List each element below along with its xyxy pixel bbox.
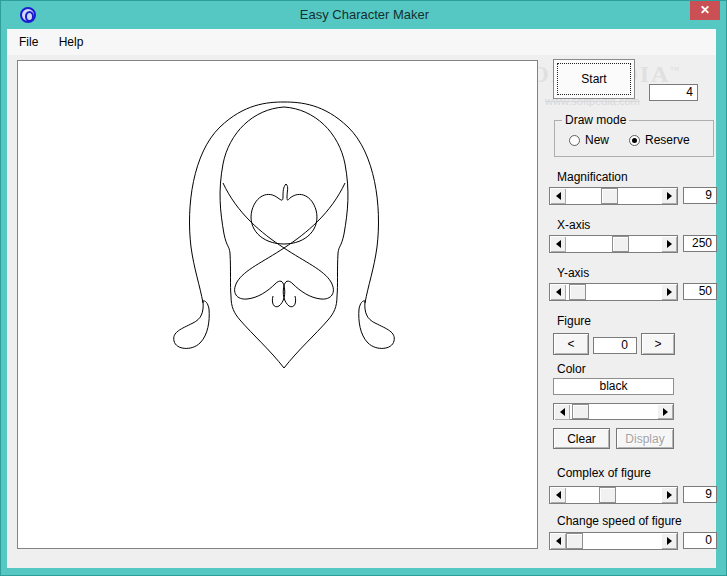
menu-file[interactable]: File <box>17 29 40 55</box>
clear-button[interactable]: Clear <box>553 428 610 449</box>
left-arrow-icon <box>552 240 561 248</box>
y-axis-label: Y-axis <box>557 266 589 280</box>
scroll-left-button[interactable] <box>550 533 566 549</box>
radio-reserve[interactable]: Reserve <box>629 133 690 147</box>
draw-mode-legend: Draw mode <box>562 113 629 127</box>
color-scrollbar[interactable] <box>553 403 674 420</box>
figure-drawing <box>18 61 537 548</box>
x-axis-scrollbar[interactable] <box>549 235 678 253</box>
close-button[interactable]: ✕ <box>690 1 720 20</box>
menu-bar: File Help <box>7 29 716 55</box>
right-arrow-icon <box>667 491 676 499</box>
magnification-label: Magnification <box>557 170 628 184</box>
left-arrow-icon <box>552 192 561 200</box>
scrollbar-track[interactable] <box>566 236 661 252</box>
speed-value-box[interactable]: 0 <box>683 532 717 549</box>
start-button-label: Start <box>557 63 631 95</box>
complex-label: Complex of figure <box>557 466 651 480</box>
draw-mode-group: Draw mode New Reserve <box>554 120 714 157</box>
left-arrow-icon <box>552 288 561 296</box>
start-button[interactable]: Start <box>553 59 635 99</box>
scrollbar-thumb[interactable] <box>566 533 583 549</box>
right-arrow-icon <box>663 408 672 416</box>
scroll-right-button[interactable] <box>661 284 677 300</box>
speed-label: Change speed of figure <box>557 514 682 528</box>
figure-label: Figure <box>557 314 591 328</box>
magnification-value-box[interactable]: 9 <box>683 187 717 204</box>
scrollbar-thumb[interactable] <box>599 487 616 503</box>
scroll-left-button[interactable] <box>554 404 570 420</box>
scroll-left-button[interactable] <box>550 236 566 252</box>
app-icon <box>20 7 36 23</box>
radio-new[interactable]: New <box>569 133 609 147</box>
right-arrow-icon <box>667 192 676 200</box>
complex-value-box[interactable]: 9 <box>683 486 717 503</box>
scrollbar-thumb[interactable] <box>612 236 629 252</box>
menu-help[interactable]: Help <box>57 29 86 55</box>
counter-value-box[interactable]: 4 <box>649 84 698 101</box>
app-window: Easy Character Maker ✕ File Help SOFTPED… <box>0 0 727 576</box>
x-axis-label: X-axis <box>557 218 590 232</box>
radio-new-circle[interactable] <box>569 135 580 146</box>
scroll-right-button[interactable] <box>657 404 673 419</box>
right-arrow-icon <box>667 288 676 296</box>
scroll-left-button[interactable] <box>550 487 566 503</box>
scrollbar-track[interactable] <box>566 487 661 503</box>
figure-next-button[interactable]: > <box>641 333 675 355</box>
scrollbar-track[interactable] <box>566 284 661 300</box>
drawing-canvas[interactable] <box>17 60 538 549</box>
y-axis-scrollbar[interactable] <box>549 283 678 301</box>
x-axis-value-box[interactable]: 250 <box>683 235 717 252</box>
right-arrow-icon <box>667 537 676 545</box>
scrollbar-thumb[interactable] <box>572 404 589 419</box>
figure-prev-button[interactable]: < <box>553 333 589 355</box>
radio-new-label: New <box>585 133 609 147</box>
right-arrow-icon <box>667 240 676 248</box>
display-button[interactable]: Display <box>616 428 674 449</box>
scroll-left-button[interactable] <box>550 188 566 204</box>
y-axis-value-box[interactable]: 50 <box>683 283 717 300</box>
title-bar: Easy Character Maker ✕ <box>1 1 727 29</box>
window-title: Easy Character Maker <box>1 1 727 29</box>
figure-value-box[interactable]: 0 <box>593 337 637 354</box>
scrollbar-track[interactable] <box>566 188 661 204</box>
scroll-right-button[interactable] <box>661 188 677 204</box>
scrollbar-track[interactable] <box>570 404 657 419</box>
scrollbar-thumb[interactable] <box>569 284 586 300</box>
speed-scrollbar[interactable] <box>549 532 678 550</box>
scrollbar-track[interactable] <box>566 533 661 549</box>
scroll-right-button[interactable] <box>661 533 677 549</box>
color-value-field[interactable]: black <box>553 378 674 395</box>
scrollbar-thumb[interactable] <box>601 188 618 204</box>
color-label: Color <box>557 362 586 376</box>
scroll-right-button[interactable] <box>661 487 677 503</box>
left-arrow-icon <box>556 408 565 416</box>
scroll-right-button[interactable] <box>661 236 677 252</box>
radio-reserve-circle[interactable] <box>629 135 640 146</box>
magnification-scrollbar[interactable] <box>549 187 678 205</box>
radio-reserve-label: Reserve <box>645 133 690 147</box>
left-arrow-icon <box>552 537 561 545</box>
client-area: File Help SOFTPEDIA™ www.softpedia.com S… <box>7 29 716 568</box>
scroll-left-button[interactable] <box>550 284 566 300</box>
complex-scrollbar[interactable] <box>549 486 678 504</box>
left-arrow-icon <box>552 491 561 499</box>
